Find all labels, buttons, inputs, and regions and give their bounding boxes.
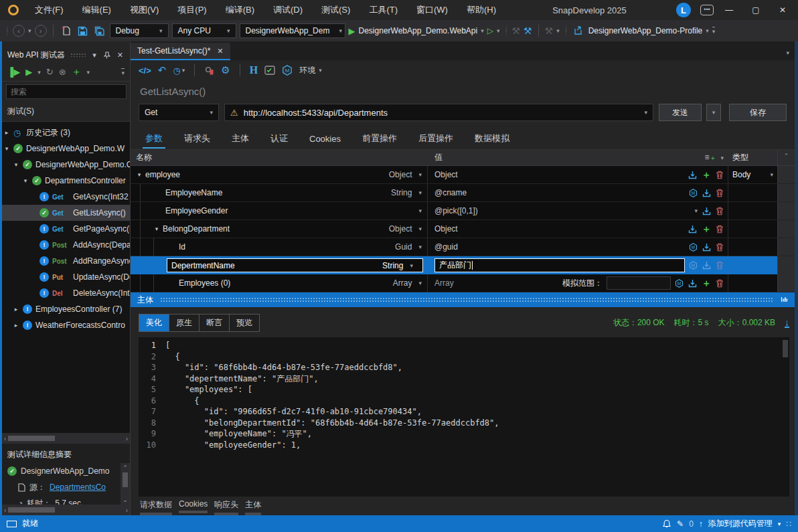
summary-horizontal-scrollbar[interactable]: ‹ › [2, 505, 130, 515]
add-icon[interactable]: ＋ [702, 224, 711, 234]
body-type-dropdown[interactable]: Body▾ [728, 166, 777, 183]
import-icon[interactable] [688, 279, 697, 288]
scroll-left-icon[interactable]: ‹ [4, 435, 6, 442]
tree-item-method[interactable]: ! Get GetAsync(Int32 d [2, 189, 130, 205]
tab-request-data[interactable]: 请求数据 [140, 499, 172, 515]
document-tab-active[interactable]: Test-GetListAsync()* ✕ [131, 43, 230, 60]
solution-config-dropdown[interactable]: Debug▾ [110, 23, 169, 38]
toolbar-overflow-icon[interactable]: ▾ [712, 27, 716, 35]
menu-help[interactable]: 帮助(H) [460, 1, 503, 19]
tab-headers[interactable]: 请求头 [175, 130, 220, 149]
run-all-debug-icon[interactable]: ▐▶ [7, 67, 20, 77]
mock-hexagon-icon[interactable]: M [689, 243, 698, 252]
search-input[interactable] [6, 84, 127, 99]
scroll-up-icon[interactable]: ⌃ [123, 464, 128, 471]
param-row-employees[interactable]: Employees (0) Array▾ Array 模拟范围： M ＋ [131, 274, 795, 292]
summary-vertical-scrollbar[interactable]: ⌃ ⌄ [121, 463, 130, 505]
tab-auth[interactable]: 认证 [261, 130, 297, 149]
expander-collapsed-icon[interactable]: ▸ [3, 129, 10, 136]
menu-project[interactable]: 项目(P) [171, 1, 213, 19]
scroll-right-icon[interactable]: › [126, 507, 128, 514]
feedback-icon[interactable]: ••• [700, 5, 714, 15]
delete-icon[interactable] [716, 243, 724, 252]
import-icon[interactable] [702, 189, 711, 197]
expander-expanded-icon[interactable]: ▾ [3, 145, 10, 152]
save-all-icon[interactable] [93, 24, 106, 37]
send-button[interactable]: 发送 [659, 104, 702, 121]
expander-expanded-icon[interactable]: ▾ [136, 171, 143, 178]
tab-list-chevron-icon[interactable]: ▾ [781, 50, 795, 60]
chevron-down-icon[interactable]: ▾ [37, 69, 41, 76]
toolbar-grip[interactable]: ⋮⋮ [4, 28, 9, 33]
save-request-button[interactable]: 保存 [729, 104, 787, 121]
type-dropdown[interactable]: Array▾ [393, 278, 427, 288]
scroll-right-icon[interactable]: › [126, 435, 128, 442]
mock-hexagon-icon[interactable]: M [689, 189, 698, 197]
view-preview[interactable]: 预览 [230, 315, 259, 331]
mock-hexagon-icon[interactable]: M [689, 261, 698, 270]
panel-close-icon[interactable]: ✕ [116, 51, 125, 60]
panel-toolbar-overflow-icon[interactable]: ▾ [121, 68, 125, 76]
send-options-chevron[interactable]: ▾ [706, 104, 721, 121]
pencil-edit-icon[interactable]: ✎ [677, 519, 684, 529]
import-icon[interactable] [702, 243, 711, 252]
param-value-input[interactable]: 产品部门 [434, 258, 685, 272]
delete-icon[interactable] [716, 261, 724, 270]
type-dropdown[interactable]: ▾ [412, 207, 427, 214]
download-icon[interactable]: ↓ [785, 319, 789, 328]
chevron-down-icon[interactable]: ▾ [720, 155, 724, 161]
import-icon[interactable] [688, 171, 697, 179]
pin-icon[interactable] [780, 296, 788, 304]
tab-response-body[interactable]: 主体 [245, 499, 261, 515]
tab-response-headers[interactable]: 响应头 [214, 499, 238, 515]
tree-item-solution[interactable]: ▾ ✓ DesignerWebApp_Demo.W [2, 141, 130, 157]
minimize-button[interactable]: — [718, 1, 740, 19]
scrollbar-thumb[interactable] [8, 507, 55, 513]
chevron-down-icon[interactable]: ▾ [694, 207, 698, 214]
scrollbar-thumb[interactable] [8, 436, 55, 441]
repeat-run-icon[interactable]: ↻ [46, 67, 54, 77]
mock-hexagon-icon[interactable]: M [282, 65, 293, 76]
chevron-down-icon[interactable]: ▾ [556, 27, 560, 34]
chevron-down-icon[interactable]: ▾ [497, 27, 500, 34]
view-pretty[interactable]: 美化 [139, 315, 169, 331]
mock-hexagon-icon[interactable]: M [675, 279, 684, 288]
http-method-dropdown[interactable]: Get ▾ [139, 104, 219, 121]
pin-icon[interactable] [102, 52, 112, 59]
param-row-employee[interactable]: ▾ employee Object▾ Object ＋ Body▾ [131, 166, 795, 184]
header-helper-icon[interactable]: H [250, 64, 258, 76]
cancel-run-icon[interactable]: ⊗ [59, 67, 66, 77]
maximize-button[interactable]: ▢ [744, 1, 767, 19]
menu-test[interactable]: 测试(S) [315, 1, 357, 19]
expander-collapsed-icon[interactable]: ▸ [13, 306, 19, 313]
run-icon[interactable]: ▶ [25, 67, 32, 77]
tab-post-actions[interactable]: 后置操作 [409, 130, 463, 149]
profile-dropdown[interactable]: DesignerWebApp_Demo-Profile [588, 26, 703, 35]
toolbar-grip[interactable]: ⋮⋮ [563, 28, 568, 33]
chevron-down-icon[interactable]: ▾ [87, 69, 90, 76]
tab-body[interactable]: 主体 [222, 130, 258, 149]
param-row-id[interactable]: Id Guid▾ @guid M [131, 238, 795, 256]
chevron-down-icon[interactable]: ▾ [182, 67, 185, 74]
expander-collapsed-icon[interactable]: ▸ [13, 322, 19, 329]
summary-result-row[interactable]: ✓ DesignerWebApp_Demo [7, 463, 130, 479]
url-input[interactable]: ⚠ http://localhost:5433/api/Departments … [224, 104, 653, 121]
code-view-icon[interactable]: </> [139, 66, 151, 76]
start-debug-icon[interactable]: ▶ [349, 26, 355, 36]
chevron-down-icon[interactable]: ▾ [644, 109, 647, 116]
view-raw[interactable]: 原生 [169, 315, 200, 331]
tree-item-project[interactable]: ▾ ✓ DesignerWebApp_Demo.C [2, 157, 130, 173]
menu-window[interactable]: 窗口(W) [410, 1, 455, 19]
panel-menu-chevron-icon[interactable]: ▾ [91, 51, 98, 60]
expander-expanded-icon[interactable]: ▾ [22, 177, 29, 184]
tab-cookies[interactable]: Cookies [300, 131, 350, 148]
scroll-left-icon[interactable]: ‹ [4, 507, 6, 514]
history-icon[interactable]: ◷ [173, 66, 180, 76]
view-assert[interactable]: 断言 [200, 315, 230, 331]
tree-item-controller[interactable]: ▸ ! WeatherForecastsContro [2, 317, 130, 333]
navigate-forward-icon[interactable]: › [35, 25, 47, 37]
bulk-edit-icon[interactable]: ≡＋ [704, 153, 716, 163]
tree-horizontal-scrollbar[interactable]: ‹ › [2, 433, 130, 444]
param-row-depertmentname-selected[interactable]: DepertmentName String▾ 产品部门 M [131, 256, 795, 274]
panel-drag-handle[interactable] [70, 53, 86, 57]
